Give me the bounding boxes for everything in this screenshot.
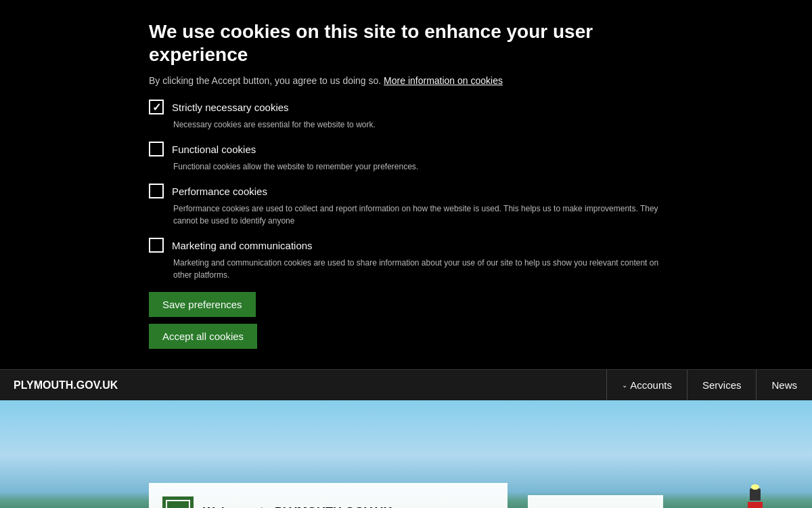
cookie-banner-subtitle: By clicking the Accept button, you agree…: [149, 75, 663, 86]
nav-link-news[interactable]: News: [756, 370, 812, 400]
accept-all-cookies-button[interactable]: Accept all cookies: [149, 324, 257, 349]
plymouth-logo-inner: PCC: [166, 500, 190, 508]
checkbox-strictly-necessary[interactable]: [149, 100, 164, 114]
checkbox-performance[interactable]: [149, 184, 164, 198]
cookie-banner-title: We use cookies on this site to enhance y…: [149, 20, 663, 66]
cookie-banner: We use cookies on this site to enhance y…: [0, 0, 812, 369]
cookie-option-strictly-necessary: Strictly necessary cookies Necessary coo…: [149, 100, 663, 131]
welcome-title: Welcome to PLYMOUTH.GOV.UK: [203, 505, 392, 508]
welcome-card-header: PCC Welcome to PLYMOUTH.GOV.UK: [162, 496, 494, 508]
cookie-option-functional: Functional cookies Functional cookies al…: [149, 142, 663, 173]
cookie-option-label-marketing[interactable]: Marketing and communications: [172, 240, 313, 251]
cookie-option-marketing: Marketing and communications Marketing a…: [149, 238, 663, 281]
popular-pages-card: Popular pages Make a payment Check your …: [528, 495, 663, 508]
nav-link-accounts[interactable]: ⌄ Accounts: [606, 370, 687, 400]
welcome-card: PCC Welcome to PLYMOUTH.GOV.UK Search: [149, 483, 508, 508]
lighthouse-body: [748, 502, 763, 508]
cookie-option-label-performance[interactable]: Performance cookies: [172, 186, 267, 197]
cookie-option-performance: Performance cookies Performance cookies …: [149, 184, 663, 227]
save-preferences-button[interactable]: Save preferences: [149, 292, 256, 317]
cookie-option-label-functional[interactable]: Functional cookies: [172, 144, 256, 155]
plymouth-logo: PCC: [162, 496, 194, 508]
checkbox-marketing[interactable]: [149, 238, 164, 253]
nav-brand[interactable]: PLYMOUTH.GOV.UK: [0, 379, 606, 391]
cookie-option-desc-performance: Performance cookies are used to collect …: [173, 203, 663, 227]
cookie-option-desc-marketing: Marketing and communication cookies are …: [173, 257, 663, 281]
chevron-down-icon: ⌄: [622, 381, 627, 389]
cookie-option-desc-strictly-necessary: Necessary cookies are essential for the …: [173, 119, 663, 131]
cookie-option-desc-functional: Functional cookies allow the website to …: [173, 161, 663, 173]
plymouth-logo-icon: PCC: [167, 501, 189, 508]
lighthouse-image: [746, 488, 765, 508]
lighthouse-light: [751, 484, 759, 490]
nav-links: ⌄ Accounts Services News: [606, 370, 812, 400]
more-info-link[interactable]: More information on cookies: [384, 75, 503, 86]
cookie-option-label-strictly-necessary[interactable]: Strictly necessary cookies: [172, 102, 289, 113]
nav-bar: PLYMOUTH.GOV.UK ⌄ Accounts Services News: [0, 369, 812, 400]
checkbox-functional[interactable]: [149, 142, 164, 156]
lighthouse-top: [750, 488, 761, 501]
hero-area: PCC Welcome to PLYMOUTH.GOV.UK Search Po…: [0, 400, 812, 508]
nav-link-services[interactable]: Services: [687, 370, 757, 400]
svg-rect-0: [167, 501, 189, 508]
